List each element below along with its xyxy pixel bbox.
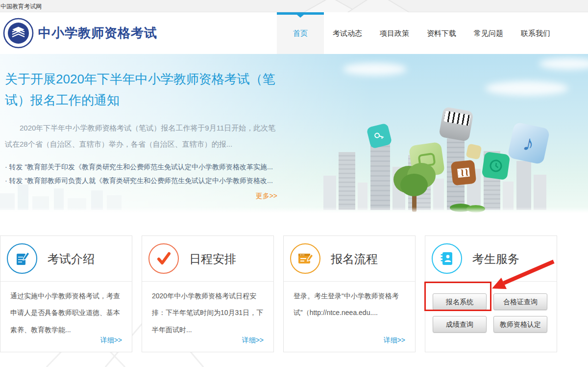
music-note-cube-icon: ♪	[507, 122, 550, 165]
register-system-button[interactable]: 报名系统	[433, 293, 487, 310]
nav-item-downloads[interactable]: 资料下载	[418, 12, 465, 54]
qualification-recognition-button[interactable]: 教师资格认定	[493, 316, 547, 333]
news-link[interactable]: · 转发 “教育部关于印发《教育类研究生和公费师范生免试认定中小学教师资格改革实…	[5, 160, 277, 174]
cloud-icon	[343, 63, 407, 76]
ground	[0, 207, 588, 216]
document-pencil-icon	[7, 243, 37, 274]
nav-item-home[interactable]: 首页	[277, 12, 324, 54]
music-note-glyph: ♪	[521, 130, 537, 156]
nav-item-contact[interactable]: 联系我们	[512, 12, 559, 54]
card-title: 报名流程	[331, 236, 378, 282]
piano-cube-icon	[439, 106, 474, 142]
card-title: 考试介绍	[48, 236, 95, 282]
score-query-button[interactable]: 成绩查询	[433, 316, 487, 333]
notice-title-link[interactable]: 关于开展2020年下半年中小学教师资格考试（笔试）报名工作的通知	[5, 69, 277, 111]
notice-summary: 2020年下半年中小学教师资格考试（笔试）报名工作将于9月11日开始，此次笔试在…	[5, 120, 277, 152]
calculator-cube-icon	[451, 160, 477, 186]
certificate-query-button[interactable]: 合格证查询	[493, 293, 547, 310]
card-body-text: 2020年中小学教师资格考试日程安排：下半年笔试时间为10月31日，下半年面试时…	[142, 282, 273, 338]
form-pencil-icon	[290, 243, 320, 274]
card-registration-process: 报名流程 登录。考生登录“中小学教师资格考试”（http://ntce.neea…	[283, 236, 416, 352]
site-name: 中国教育考试网	[0, 2, 42, 11]
nav-item-faq[interactable]: 常见问题	[465, 12, 512, 54]
nav-item-policies[interactable]: 项目政策	[371, 12, 418, 54]
check-icon	[148, 243, 179, 274]
card-body-text: 登录。考生登录“中小学教师资格考试”（http://ntce.neea.edu.…	[284, 282, 415, 321]
clock-cube-icon	[482, 152, 511, 181]
main-nav: 首页 考试动态 项目政策 资料下载 常见问题 联系我们	[277, 12, 559, 54]
service-buttons: 报名系统 合格证查询 成绩查询 教师资格认定	[433, 293, 547, 333]
cloud-icon	[539, 58, 588, 70]
top-strip: 中国教育考试网	[0, 0, 588, 12]
tree-icon	[390, 163, 439, 212]
card-body-text: 通过实施中小学教师资格考试，考查申请人是否具备教师职业道德、基本素养、教育教学能…	[0, 282, 132, 338]
nav-item-exam-news[interactable]: 考试动态	[324, 12, 371, 54]
hero-content: 关于开展2020年下半年中小学教师资格考试（笔试）报名工作的通知 2020年下半…	[5, 69, 277, 201]
detail-link[interactable]: 详细>>	[242, 336, 264, 345]
detail-link[interactable]: 详细>>	[100, 336, 122, 345]
hero-banner: ♪ 关于开展2020年下半年中小学教师资格考试（笔试）报名工作的通知 2020年…	[0, 54, 588, 216]
yellow-cube-icon	[466, 143, 482, 159]
mountain-watermark	[289, 0, 436, 12]
ntce-logo[interactable]	[3, 18, 34, 49]
feature-cards: 考试介绍 通过实施中小学教师资格考试，考查申请人是否具备教师职业道德、基本素养、…	[0, 236, 557, 352]
card-title: 考生服务	[472, 236, 519, 282]
news-link[interactable]: · 转发 “教育部教师司负责人就《教育类研究生和公费师范生免试认定中小学教师资格…	[5, 174, 277, 188]
cloud-icon	[485, 81, 568, 96]
detail-link[interactable]: 详细>>	[384, 336, 405, 345]
card-exam-intro: 考试介绍 通过实施中小学教师资格考试，考查申请人是否具备教师职业道德、基本素养、…	[0, 236, 132, 352]
site-title: 中小学教师资格考试	[38, 12, 157, 54]
address-book-icon	[432, 243, 462, 274]
card-title: 日程安排	[189, 236, 236, 282]
header: 中小学教师资格考试 首页 考试动态 项目政策 资料下载 常见问题 联系我们	[0, 12, 588, 54]
card-schedule: 日程安排 2020年中小学教师资格考试日程安排：下半年笔试时间为10月31日，下…	[142, 236, 274, 352]
card-candidate-services: 考生服务 报名系统 合格证查询 成绩查询 教师资格认定	[425, 236, 557, 352]
more-link[interactable]: 更多>>	[5, 192, 277, 201]
